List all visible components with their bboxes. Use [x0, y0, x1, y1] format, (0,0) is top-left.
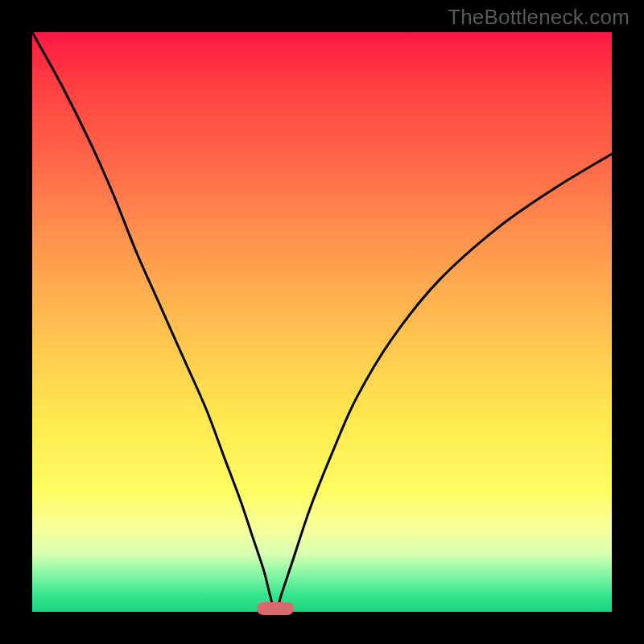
optimal-point-marker — [257, 602, 294, 615]
bottleneck-curve — [32, 32, 612, 612]
outer-frame: TheBottleneck.com — [0, 0, 644, 644]
plot-area — [32, 32, 612, 612]
watermark-text: TheBottleneck.com — [448, 5, 630, 30]
